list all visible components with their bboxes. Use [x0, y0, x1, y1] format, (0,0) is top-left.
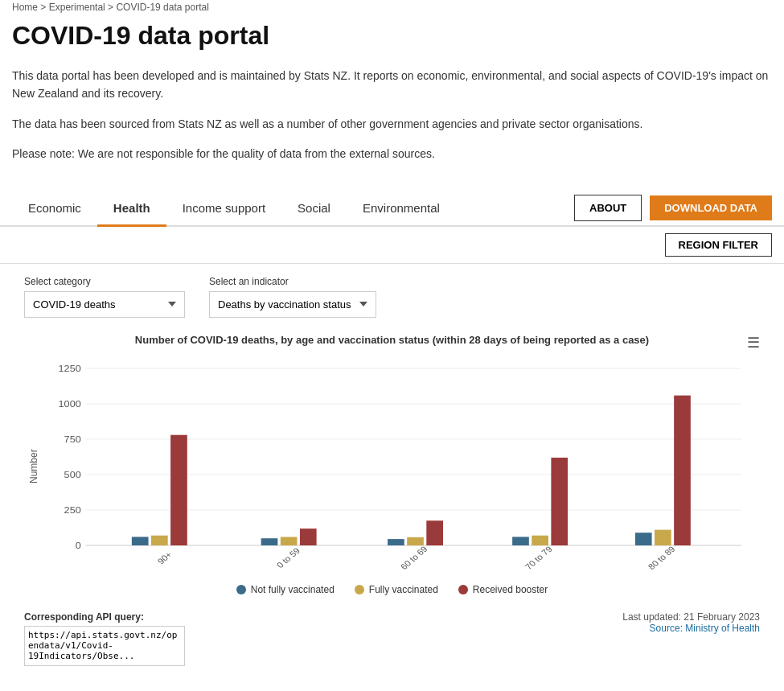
tab-health[interactable]: Health	[97, 191, 166, 227]
bar-60to69-not-fully	[388, 539, 404, 545]
svg-text:500: 500	[64, 469, 82, 479]
chart-container: Number of COVID-19 deaths, by age and va…	[24, 334, 760, 595]
download-button[interactable]: DOWNLOAD DATA	[650, 195, 772, 220]
region-filter-button[interactable]: REGION FILTER	[665, 233, 772, 257]
bar-70to79-not-fully	[512, 537, 529, 545]
selectors-row: Select category COVID-19 deaths Select a…	[0, 264, 784, 330]
svg-text:750: 750	[64, 434, 82, 444]
api-textarea[interactable]	[24, 626, 185, 666]
bar-70to79-fully	[532, 535, 548, 545]
svg-text:70 to 79: 70 to 79	[523, 544, 554, 569]
legend-label-fully: Fully vaccinated	[369, 584, 438, 595]
filter-row: REGION FILTER	[0, 227, 784, 264]
about-button[interactable]: ABOUT	[574, 195, 642, 221]
legend-fully: Fully vaccinated	[355, 584, 438, 595]
legend-label-not-fully: Not fully vaccinated	[251, 584, 335, 595]
source-link[interactable]: Source: Ministry of Health	[650, 623, 760, 634]
tab-economic[interactable]: Economic	[12, 191, 97, 227]
chart-title: Number of COVID-19 deaths, by age and va…	[24, 334, 760, 346]
tabs-bar: Economic Health Income support Social En…	[0, 191, 784, 227]
svg-text:60 to 69: 60 to 69	[398, 544, 429, 569]
api-section: Corresponding API query: Last updated: 2…	[0, 603, 784, 677]
bar-80to89-booster	[674, 395, 691, 545]
svg-text:0 to 59: 0 to 59	[275, 545, 302, 569]
legend-dot-booster	[458, 585, 468, 594]
svg-text:80 to 89: 80 to 89	[646, 544, 676, 569]
chart-area: 0 250 500 750 1000 1250 90+	[39, 360, 760, 572]
last-updated-text: Last updated: 21 February 2023	[622, 611, 760, 623]
legend-not-fully: Not fully vaccinated	[236, 584, 335, 595]
indicator-label: Select an indicator	[209, 276, 376, 287]
bar-90-not-fully	[132, 537, 149, 545]
api-label: Corresponding API query:	[24, 611, 185, 623]
legend-dot-not-fully	[236, 585, 246, 594]
bar-70to79-booster	[551, 457, 568, 545]
api-query-group: Corresponding API query:	[24, 611, 185, 668]
tabs-actions: ABOUT DOWNLOAD DATA	[574, 195, 772, 221]
page-desc-1: This data portal has been developed and …	[12, 67, 772, 103]
svg-text:0: 0	[76, 540, 81, 550]
tab-environmental[interactable]: Environmental	[347, 191, 456, 227]
bar-80to89-not-fully	[635, 533, 652, 545]
svg-text:90+: 90+	[155, 549, 174, 566]
bar-90-booster	[170, 434, 187, 545]
indicator-selector-group: Select an indicator Deaths by vaccinatio…	[209, 276, 376, 318]
chart-wrap: Number 0 250 500 750 1000 1250	[24, 360, 760, 572]
api-box-wrap	[24, 626, 185, 668]
last-updated-section: Last updated: 21 February 2023 Source: M…	[622, 611, 760, 634]
svg-text:1000: 1000	[59, 398, 82, 409]
indicator-select[interactable]: Deaths by vaccination status	[209, 291, 376, 318]
legend-booster: Received booster	[458, 584, 548, 595]
category-label: Select category	[24, 276, 185, 287]
category-select[interactable]: COVID-19 deaths	[24, 291, 185, 318]
bar-90-fully	[151, 535, 168, 545]
svg-text:250: 250	[64, 504, 82, 515]
tabs-list: Economic Health Income support Social En…	[12, 191, 456, 225]
tab-social[interactable]: Social	[281, 191, 347, 227]
breadcrumb: Home > Experimental > COVID-19 data port…	[0, 0, 784, 13]
bar-chart: 0 250 500 750 1000 1250 90+	[39, 360, 760, 570]
chart-menu-icon[interactable]: ☰	[747, 334, 760, 352]
bar-0to59-not-fully	[261, 538, 278, 545]
page-desc-2: The data has been sourced from Stats NZ …	[12, 115, 772, 133]
bar-60to69-booster	[426, 520, 443, 545]
page-title: COVID-19 data portal	[12, 21, 772, 51]
category-selector-group: Select category COVID-19 deaths	[24, 276, 185, 318]
svg-text:1250: 1250	[59, 363, 82, 373]
bar-0to59-fully	[281, 537, 298, 545]
breadcrumb-current: COVID-19 data portal	[116, 2, 208, 13]
tab-income-support[interactable]: Income support	[166, 191, 281, 227]
breadcrumb-home[interactable]: Home	[12, 2, 38, 13]
page-desc-3: Please note: We are not responsible for …	[12, 145, 772, 162]
chart-legend: Not fully vaccinated Fully vaccinated Re…	[24, 584, 760, 595]
legend-dot-fully	[355, 585, 364, 594]
breadcrumb-experimental[interactable]: Experimental	[49, 2, 105, 13]
bar-0to59-booster	[300, 529, 317, 545]
legend-label-booster: Received booster	[473, 584, 548, 595]
y-axis-label: Number	[24, 360, 39, 572]
bar-80to89-fully	[655, 529, 671, 545]
